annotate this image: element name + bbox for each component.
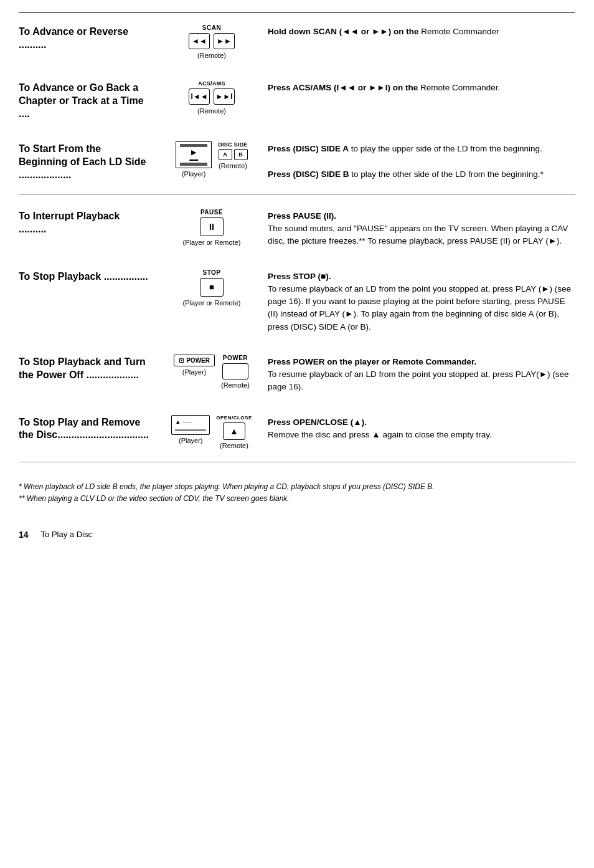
section-desc-start-beginning: Press (DISC) SIDE A to play the upper si… xyxy=(268,140,575,181)
open-close-label: OPEN/CLOSE xyxy=(216,415,252,421)
section-device-interrupt: PAUSE II (Player or Remote) xyxy=(156,207,268,246)
open-close-remote-button[interactable]: ▲ xyxy=(223,422,245,440)
section-desc-stop-remove: Press OPEN/CLOSE (▲). Remove the disc an… xyxy=(268,414,575,442)
section-desc-interrupt: Press PAUSE (II). The sound mutes, and "… xyxy=(268,207,575,248)
top-divider xyxy=(19,12,575,13)
pause-button[interactable]: II xyxy=(200,217,224,236)
disc-side-label: DISC SIDE xyxy=(218,141,248,148)
section-stop-power: To Stop Playback and Turn the Power Off … xyxy=(19,353,575,403)
section-title-stop-power: To Stop Playback and Turn the Power Off … xyxy=(19,353,156,382)
section-desc-advance-reverse: Hold down SCAN (◄◄ or ►►) on the Remote … xyxy=(268,23,575,38)
disc-side-a-button[interactable]: A xyxy=(219,149,232,160)
oc-top-row: ▲ —— xyxy=(175,419,191,425)
section-desc-advance-chapter: Press ACS/AMS (I◄◄ or ►►I) on the Remote… xyxy=(268,79,575,94)
scan-buttons: ◄◄ ►► xyxy=(189,33,235,49)
stop-label: STOP xyxy=(202,269,220,276)
pause-label: PAUSE xyxy=(200,209,223,216)
stop-caption: (Player or Remote) xyxy=(183,299,241,307)
footnote-1: * When playback of LD side B ends, the p… xyxy=(19,481,575,493)
section-title-advance-reverse: To Advance or Reverse .......... xyxy=(19,23,156,52)
desc-part1: Press (DISC) SIDE A to play the upper si… xyxy=(268,143,575,155)
power-remote-label: POWER xyxy=(223,355,248,361)
remote-disc-caption: (Remote) xyxy=(219,162,247,169)
acs-right-button[interactable]: ►►I xyxy=(214,88,235,105)
page-number: 14 xyxy=(19,530,29,540)
player-caption: (Player) xyxy=(182,170,206,178)
section-interrupt-playback: To Interrupt Playback .......... PAUSE I… xyxy=(19,207,575,257)
power-player-caption: (Player) xyxy=(182,368,207,376)
oc-player-caption: (Player) xyxy=(179,437,203,444)
player-play-arrow: ▶ xyxy=(191,148,196,156)
desc-bold-side-b: Press (DISC) SIDE B xyxy=(268,169,349,179)
scan-left-button[interactable]: ◄◄ xyxy=(189,33,210,49)
player-indicators: ▬▬ xyxy=(189,157,198,161)
desc-bold-side-a: Press (DISC) SIDE A xyxy=(268,144,349,153)
scan-caption: (Remote) xyxy=(197,52,226,59)
page-footer-title: To Play a Disc xyxy=(41,530,92,539)
section-device-stop-power: ⊡ POWER (Player) POWER (Remote) xyxy=(156,353,268,389)
section-title-start-beginning: To Start From the Beginning of Each LD S… xyxy=(19,140,156,181)
desc-bold-stop-power: Press POWER on the player or Remote Comm… xyxy=(268,357,476,366)
power-remote-caption: (Remote) xyxy=(221,381,250,389)
section-title-advance-chapter: To Advance or Go Back a Chapter or Track… xyxy=(19,79,156,120)
section-desc-stop-power: Press POWER on the player or Remote Comm… xyxy=(268,353,575,394)
section-stop-playback: To Stop Playback ................ STOP ■… xyxy=(19,268,575,342)
section-start-beginning: To Start From the Beginning of Each LD S… xyxy=(19,140,575,194)
pause-caption: (Player or Remote) xyxy=(183,239,241,246)
oc-tray xyxy=(175,429,206,431)
power-player-label: POWER xyxy=(186,357,210,364)
power-player-button[interactable]: ⊡ POWER xyxy=(174,355,215,366)
power-icon: ⊡ xyxy=(179,357,184,364)
section-title-stop: To Stop Playback ................ xyxy=(19,268,156,284)
oc-remote-caption: (Remote) xyxy=(220,442,248,449)
remote-disc-side: DISC SIDE A B xyxy=(218,141,248,160)
page-footer: 14 To Play a Disc xyxy=(19,530,575,540)
disc-ab-buttons: A B xyxy=(219,149,248,160)
desc-bold-stop: Press STOP (■). xyxy=(268,272,331,281)
desc-bold-stop-remove: Press OPEN/CLOSE (▲). xyxy=(268,417,367,427)
page-content: To Advance or Reverse .......... SCAN ◄◄… xyxy=(19,12,575,540)
section-advance-reverse: To Advance or Reverse .......... SCAN ◄◄… xyxy=(19,23,575,68)
open-close-player-device: ▲ —— xyxy=(171,415,210,435)
scan-right-button[interactable]: ►► xyxy=(214,33,235,49)
section-advance-chapter: To Advance or Go Back a Chapter or Track… xyxy=(19,79,575,129)
section-device-stop-remove: ▲ —— (Player) OPEN/CLOSE ▲ (Remote) xyxy=(156,414,268,449)
player-top-bar xyxy=(180,144,207,147)
section-device-advance-reverse: SCAN ◄◄ ►► (Remote) xyxy=(156,23,268,59)
acs-label: ACS/AMS xyxy=(198,80,225,87)
section-title-interrupt: To Interrupt Playback .......... xyxy=(19,207,156,236)
scan-label: SCAN xyxy=(202,24,221,31)
player-bottom-bar xyxy=(180,163,207,166)
footnote-2: ** When playing a CLV LD or the video se… xyxy=(19,493,575,505)
desc-bold-advance-reverse: Hold down SCAN (◄◄ or ►►) on the xyxy=(268,27,418,36)
disc-side-b-button[interactable]: B xyxy=(234,149,248,160)
acs-buttons: I◄◄ ►►I xyxy=(189,88,235,105)
section-stop-remove: To Stop Play and Remove the Disc........… xyxy=(19,414,575,462)
desc-bold-interrupt: Press PAUSE (II). xyxy=(268,211,336,221)
desc-part2: Press (DISC) SIDE B to play the other si… xyxy=(268,168,575,181)
desc-bold-advance-chapter: Press ACS/AMS (I◄◄ or ►►I) on the xyxy=(268,83,418,92)
stop-button[interactable]: ■ xyxy=(200,278,224,297)
footnotes: * When playback of LD side B ends, the p… xyxy=(19,481,575,505)
section-title-stop-remove: To Stop Play and Remove the Disc........… xyxy=(19,414,156,442)
player-device-disc: ▶ ▬▬ xyxy=(176,141,212,168)
section-device-start-beginning: ▶ ▬▬ (Player) DISC SIDE A B xyxy=(156,140,268,178)
acs-left-button[interactable]: I◄◄ xyxy=(189,88,210,105)
acs-caption: (Remote) xyxy=(197,107,226,115)
section-desc-stop: Press STOP (■). To resume playback of an… xyxy=(268,268,575,333)
section-device-stop: STOP ■ (Player or Remote) xyxy=(156,268,268,307)
power-remote-button[interactable] xyxy=(222,363,248,379)
section-device-advance-chapter: ACS/AMS I◄◄ ►►I (Remote) xyxy=(156,79,268,115)
